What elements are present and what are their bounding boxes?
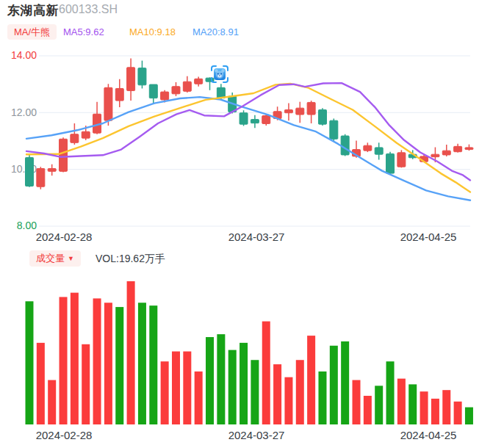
volume-bar[interactable] xyxy=(465,408,473,424)
candle-body[interactable] xyxy=(48,169,56,172)
volume-bar[interactable] xyxy=(206,337,214,424)
volume-bar[interactable] xyxy=(183,352,191,424)
candle-body[interactable] xyxy=(431,154,439,156)
candle-body[interactable] xyxy=(149,84,157,98)
candle-body[interactable] xyxy=(251,120,259,123)
volume-bar[interactable] xyxy=(195,372,203,424)
volume-bar[interactable] xyxy=(341,341,349,424)
volume-bar[interactable] xyxy=(60,297,68,424)
volume-bar[interactable] xyxy=(251,360,259,424)
candle-body[interactable] xyxy=(465,148,473,150)
candle-body[interactable] xyxy=(318,109,326,124)
volume-bar[interactable] xyxy=(48,380,56,424)
candle-body[interactable] xyxy=(71,134,79,143)
chart-canvas xyxy=(0,0,504,445)
candle-body[interactable] xyxy=(183,82,191,91)
volume-bar[interactable] xyxy=(454,402,462,424)
volume-bar[interactable] xyxy=(172,352,180,424)
candle-body[interactable] xyxy=(127,68,135,91)
candle-body[interactable] xyxy=(364,145,372,151)
volume-bar[interactable] xyxy=(296,360,304,424)
candle-body[interactable] xyxy=(115,88,123,101)
volume-bar[interactable] xyxy=(364,396,372,424)
candle-body[interactable] xyxy=(341,136,349,155)
candle-body[interactable] xyxy=(82,131,90,138)
candle-body[interactable] xyxy=(60,139,68,171)
volume-bar[interactable] xyxy=(262,322,270,424)
volume-bar[interactable] xyxy=(127,281,135,424)
candle-body[interactable] xyxy=(262,116,270,124)
candle-body[interactable] xyxy=(172,87,180,94)
volume-bar[interactable] xyxy=(330,346,338,424)
volume-bar[interactable] xyxy=(431,399,439,424)
volume-bar[interactable] xyxy=(442,390,450,424)
volume-bar[interactable] xyxy=(161,361,169,424)
volume-bar[interactable] xyxy=(408,384,417,424)
candle-body[interactable] xyxy=(375,148,383,154)
volume-bar[interactable] xyxy=(82,344,90,424)
volume-bar[interactable] xyxy=(386,361,395,424)
volume-bar[interactable] xyxy=(26,301,34,424)
candle-body[interactable] xyxy=(284,109,292,112)
volume-bar[interactable] xyxy=(420,391,428,424)
stock-chart-page: 东湖高新 600133.SH MA/牛熊 MA5:9.62 MA10:9.18 … xyxy=(0,0,504,445)
volume-bar[interactable] xyxy=(240,343,248,424)
candle-body[interactable] xyxy=(397,153,406,167)
candle-body[interactable] xyxy=(240,113,248,124)
volume-bar[interactable] xyxy=(318,372,326,424)
volume-bar[interactable] xyxy=(397,379,406,424)
volume-bar[interactable] xyxy=(115,307,123,424)
candle-body[interactable] xyxy=(307,102,315,115)
volume-bar[interactable] xyxy=(307,336,315,424)
volume-bar[interactable] xyxy=(353,380,361,424)
volume-bar[interactable] xyxy=(71,293,79,424)
candle-body[interactable] xyxy=(442,151,450,155)
candle-body[interactable] xyxy=(454,146,462,151)
volume-bar[interactable] xyxy=(273,364,281,424)
volume-bar[interactable] xyxy=(228,350,237,424)
candle-body[interactable] xyxy=(386,153,395,173)
volume-bar[interactable] xyxy=(104,303,112,424)
candle-body[interactable] xyxy=(195,79,203,84)
candle-body[interactable] xyxy=(37,169,45,187)
volume-bar[interactable] xyxy=(284,377,292,424)
volume-bar[interactable] xyxy=(217,334,225,424)
volume-bar[interactable] xyxy=(93,298,101,424)
candle-body[interactable] xyxy=(296,108,304,115)
candle-body[interactable] xyxy=(104,87,112,120)
candle-body[interactable] xyxy=(330,120,338,139)
volume-bar[interactable] xyxy=(375,386,383,424)
ma10-line xyxy=(26,84,470,192)
volume-bar[interactable] xyxy=(138,303,146,424)
volume-bar[interactable] xyxy=(149,305,157,424)
candle-body[interactable] xyxy=(161,92,169,100)
candle-body[interactable] xyxy=(138,68,146,85)
volume-bar[interactable] xyxy=(37,343,45,424)
candle-body[interactable] xyxy=(26,157,34,186)
